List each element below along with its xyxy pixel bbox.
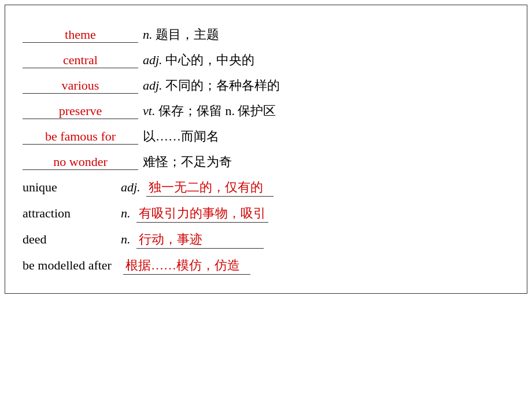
right-pos-2: n. — [121, 232, 131, 247]
right-blank-row-1: attractionn.有吸引力的事物，吸引 — [23, 205, 509, 223]
right-answer-1: 有吸引力的事物，吸引 — [136, 205, 268, 223]
fill-definition-3: vt. 保存；保留 n. 保护区 — [143, 102, 276, 120]
fill-rows-section: themen. 题目，主题centraladj. 中心的，中央的variousa… — [23, 26, 509, 171]
right-pos-0: adj. — [121, 180, 141, 195]
fill-answer-0: theme — [23, 27, 138, 43]
fill-answer-3: preserve — [23, 104, 138, 119]
fill-row-0: themen. 题目，主题 — [23, 26, 509, 43]
fill-row-4: be famous for以……而闻名 — [23, 128, 509, 145]
fill-row-1: centraladj. 中心的，中央的 — [23, 51, 509, 69]
fill-definition-1: adj. 中心的，中央的 — [143, 51, 254, 69]
right-blank-row-3: be modelled after根据……模仿，仿造 — [23, 257, 509, 275]
right-blank-row-2: deedn.行动，事迹 — [23, 231, 509, 249]
right-answer-2: 行动，事迹 — [136, 231, 264, 249]
fill-answer-5: no wonder — [23, 154, 138, 170]
fill-answer-1: central — [23, 53, 138, 68]
fill-definition-0: n. 题目，主题 — [143, 26, 219, 43]
fill-definition-2: adj. 不同的；各种各样的 — [143, 77, 280, 94]
right-pos-1: n. — [121, 206, 131, 221]
right-word-1: attraction — [23, 206, 121, 221]
right-answer-0: 独一无二的，仅有的 — [146, 179, 274, 197]
fill-answer-4: be famous for — [23, 129, 138, 145]
fill-row-2: variousadj. 不同的；各种各样的 — [23, 77, 509, 94]
right-word-0: unique — [23, 180, 121, 195]
fill-row-3: preservevt. 保存；保留 n. 保护区 — [23, 102, 509, 120]
right-answer-3: 根据……模仿，仿造 — [123, 257, 250, 275]
main-container: themen. 题目，主题centraladj. 中心的，中央的variousa… — [5, 5, 527, 294]
fill-definition-4: 以……而闻名 — [143, 128, 219, 145]
fill-definition-5: 难怪；不足为奇 — [143, 153, 232, 171]
fill-row-5: no wonder难怪；不足为奇 — [23, 153, 509, 171]
right-blank-rows-section: uniqueadj.独一无二的，仅有的attractionn.有吸引力的事物，吸… — [23, 179, 509, 275]
right-word-3: be modelled after — [23, 258, 121, 273]
fill-answer-2: various — [23, 78, 138, 94]
right-blank-row-0: uniqueadj.独一无二的，仅有的 — [23, 179, 509, 197]
right-word-2: deed — [23, 232, 121, 247]
